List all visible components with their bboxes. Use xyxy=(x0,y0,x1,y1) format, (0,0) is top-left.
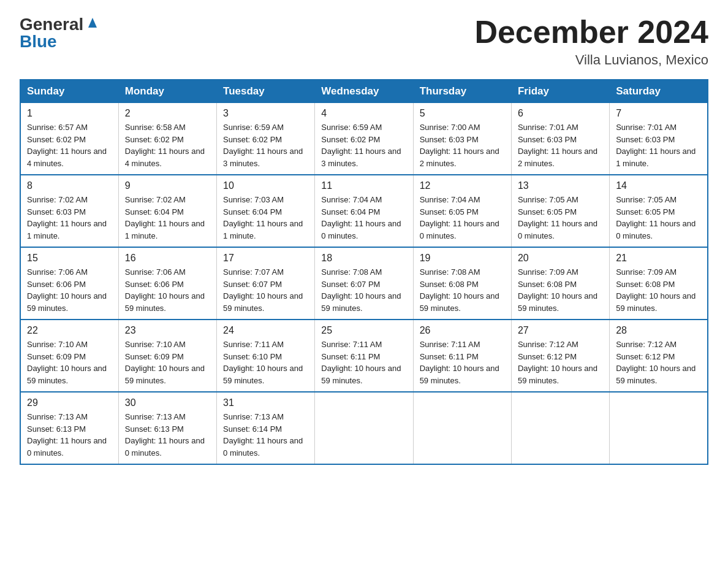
calendar-day-cell: 26Sunrise: 7:11 AMSunset: 6:11 PMDayligh… xyxy=(413,320,511,392)
daylight-label: Daylight: 10 hours and 59 minutes. xyxy=(223,291,303,313)
sunset-label: Sunset: 6:05 PM xyxy=(518,207,577,216)
sunset-label: Sunset: 6:12 PM xyxy=(616,352,675,361)
daylight-label: Daylight: 11 hours and 0 minutes. xyxy=(125,436,205,458)
day-number: 2 xyxy=(125,108,210,119)
day-info: Sunrise: 7:05 AMSunset: 6:05 PMDaylight:… xyxy=(518,194,603,242)
calendar-day-cell: 31Sunrise: 7:13 AMSunset: 6:14 PMDayligh… xyxy=(217,392,315,464)
daylight-label: Daylight: 11 hours and 0 minutes. xyxy=(223,436,303,458)
day-info: Sunrise: 7:13 AMSunset: 6:13 PMDaylight:… xyxy=(125,411,210,459)
title-section: December 2024 Villa Luvianos, Mexico xyxy=(474,15,708,68)
calendar-day-cell: 3Sunrise: 6:59 AMSunset: 6:02 PMDaylight… xyxy=(217,103,315,175)
calendar-day-cell: 16Sunrise: 7:06 AMSunset: 6:06 PMDayligh… xyxy=(118,247,216,320)
day-info: Sunrise: 7:06 AMSunset: 6:06 PMDaylight:… xyxy=(27,266,112,314)
sunset-label: Sunset: 6:13 PM xyxy=(27,424,86,434)
sunset-label: Sunset: 6:02 PM xyxy=(125,135,184,144)
day-number: 22 xyxy=(27,325,112,336)
sunrise-label: Sunrise: 7:02 AM xyxy=(125,195,186,204)
sunset-label: Sunset: 6:07 PM xyxy=(321,280,380,289)
empty-cell xyxy=(610,392,708,464)
calendar-day-cell: 17Sunrise: 7:07 AMSunset: 6:07 PMDayligh… xyxy=(217,247,315,320)
sunset-label: Sunset: 6:08 PM xyxy=(616,280,675,289)
calendar-day-cell: 10Sunrise: 7:03 AMSunset: 6:04 PMDayligh… xyxy=(217,175,315,247)
weekday-header-thursday: Thursday xyxy=(413,80,511,103)
day-info: Sunrise: 7:11 AMSunset: 6:11 PMDaylight:… xyxy=(420,339,505,386)
day-number: 24 xyxy=(223,325,308,336)
daylight-label: Daylight: 11 hours and 3 minutes. xyxy=(223,147,303,168)
calendar-day-cell: 6Sunrise: 7:01 AMSunset: 6:03 PMDaylight… xyxy=(511,103,609,175)
day-number: 6 xyxy=(518,108,603,119)
sunrise-label: Sunrise: 7:13 AM xyxy=(27,412,88,421)
day-info: Sunrise: 7:00 AMSunset: 6:03 PMDaylight:… xyxy=(420,121,505,169)
sunset-label: Sunset: 6:04 PM xyxy=(321,207,380,216)
day-number: 1 xyxy=(27,108,112,119)
weekday-header-saturday: Saturday xyxy=(610,80,708,103)
day-number: 8 xyxy=(27,180,112,191)
day-info: Sunrise: 7:07 AMSunset: 6:07 PMDaylight:… xyxy=(223,266,308,314)
daylight-label: Daylight: 10 hours and 59 minutes. xyxy=(420,364,499,385)
calendar-day-cell: 19Sunrise: 7:08 AMSunset: 6:08 PMDayligh… xyxy=(413,247,511,320)
sunset-label: Sunset: 6:08 PM xyxy=(420,280,479,289)
daylight-label: Daylight: 10 hours and 59 minutes. xyxy=(125,364,205,385)
sunrise-label: Sunrise: 7:06 AM xyxy=(27,267,88,277)
day-number: 15 xyxy=(27,253,112,264)
sunset-label: Sunset: 6:03 PM xyxy=(420,135,479,144)
day-number: 7 xyxy=(616,108,701,119)
day-info: Sunrise: 6:57 AMSunset: 6:02 PMDaylight:… xyxy=(27,121,112,169)
sunrise-label: Sunrise: 7:05 AM xyxy=(616,195,677,204)
sunrise-label: Sunrise: 7:08 AM xyxy=(420,267,480,277)
sunset-label: Sunset: 6:06 PM xyxy=(125,280,184,289)
calendar-day-cell: 2Sunrise: 6:58 AMSunset: 6:02 PMDaylight… xyxy=(118,103,216,175)
sunrise-label: Sunrise: 7:05 AM xyxy=(518,195,578,204)
sunset-label: Sunset: 6:02 PM xyxy=(223,135,282,144)
sunset-label: Sunset: 6:11 PM xyxy=(321,352,380,361)
daylight-label: Daylight: 10 hours and 59 minutes. xyxy=(420,291,499,313)
empty-cell xyxy=(315,392,413,464)
weekday-header-sunday: Sunday xyxy=(20,80,118,103)
day-info: Sunrise: 7:04 AMSunset: 6:05 PMDaylight:… xyxy=(420,194,505,242)
sunset-label: Sunset: 6:09 PM xyxy=(125,352,184,361)
day-info: Sunrise: 7:12 AMSunset: 6:12 PMDaylight:… xyxy=(616,339,701,386)
sunrise-label: Sunrise: 7:12 AM xyxy=(616,340,677,349)
calendar-week-row: 22Sunrise: 7:10 AMSunset: 6:09 PMDayligh… xyxy=(20,320,708,392)
sunrise-label: Sunrise: 7:10 AM xyxy=(27,340,88,349)
sunset-label: Sunset: 6:05 PM xyxy=(616,207,675,216)
calendar-week-row: 1Sunrise: 6:57 AMSunset: 6:02 PMDaylight… xyxy=(20,103,708,175)
day-info: Sunrise: 6:58 AMSunset: 6:02 PMDaylight:… xyxy=(125,121,210,169)
daylight-label: Daylight: 11 hours and 1 minute. xyxy=(616,147,696,168)
calendar-table: SundayMondayTuesdayWednesdayThursdayFrid… xyxy=(20,79,708,465)
day-number: 25 xyxy=(321,325,406,336)
calendar-day-cell: 29Sunrise: 7:13 AMSunset: 6:13 PMDayligh… xyxy=(20,392,118,464)
sunrise-label: Sunrise: 6:57 AM xyxy=(27,123,88,132)
day-number: 10 xyxy=(223,180,308,191)
day-info: Sunrise: 7:03 AMSunset: 6:04 PMDaylight:… xyxy=(223,194,308,242)
calendar-day-cell: 27Sunrise: 7:12 AMSunset: 6:12 PMDayligh… xyxy=(511,320,609,392)
calendar-day-cell: 11Sunrise: 7:04 AMSunset: 6:04 PMDayligh… xyxy=(315,175,413,247)
day-info: Sunrise: 7:04 AMSunset: 6:04 PMDaylight:… xyxy=(321,194,406,242)
calendar-week-row: 8Sunrise: 7:02 AMSunset: 6:03 PMDaylight… xyxy=(20,175,708,247)
day-number: 16 xyxy=(125,253,210,264)
month-title: December 2024 xyxy=(474,15,708,50)
day-number: 12 xyxy=(420,180,505,191)
sunrise-label: Sunrise: 7:04 AM xyxy=(420,195,480,204)
daylight-label: Daylight: 10 hours and 59 minutes. xyxy=(27,291,107,313)
calendar-day-cell: 22Sunrise: 7:10 AMSunset: 6:09 PMDayligh… xyxy=(20,320,118,392)
sunrise-label: Sunrise: 7:03 AM xyxy=(223,195,284,204)
sunrise-label: Sunrise: 7:09 AM xyxy=(616,267,677,277)
calendar-day-cell: 8Sunrise: 7:02 AMSunset: 6:03 PMDaylight… xyxy=(20,175,118,247)
sunrise-label: Sunrise: 7:02 AM xyxy=(27,195,88,204)
calendar-day-cell: 9Sunrise: 7:02 AMSunset: 6:04 PMDaylight… xyxy=(118,175,216,247)
sunset-label: Sunset: 6:07 PM xyxy=(223,280,282,289)
day-info: Sunrise: 7:13 AMSunset: 6:14 PMDaylight:… xyxy=(223,411,308,459)
daylight-label: Daylight: 11 hours and 0 minutes. xyxy=(518,219,597,240)
sunrise-label: Sunrise: 7:12 AM xyxy=(518,340,578,349)
daylight-label: Daylight: 10 hours and 59 minutes. xyxy=(518,364,597,385)
sunset-label: Sunset: 6:04 PM xyxy=(125,207,184,216)
day-info: Sunrise: 7:12 AMSunset: 6:12 PMDaylight:… xyxy=(518,339,603,386)
day-info: Sunrise: 7:09 AMSunset: 6:08 PMDaylight:… xyxy=(616,266,701,314)
sunset-label: Sunset: 6:03 PM xyxy=(518,135,577,144)
day-number: 17 xyxy=(223,253,308,264)
day-info: Sunrise: 7:09 AMSunset: 6:08 PMDaylight:… xyxy=(518,266,603,314)
day-info: Sunrise: 7:08 AMSunset: 6:07 PMDaylight:… xyxy=(321,266,406,314)
day-number: 29 xyxy=(27,397,112,408)
sunset-label: Sunset: 6:08 PM xyxy=(518,280,577,289)
